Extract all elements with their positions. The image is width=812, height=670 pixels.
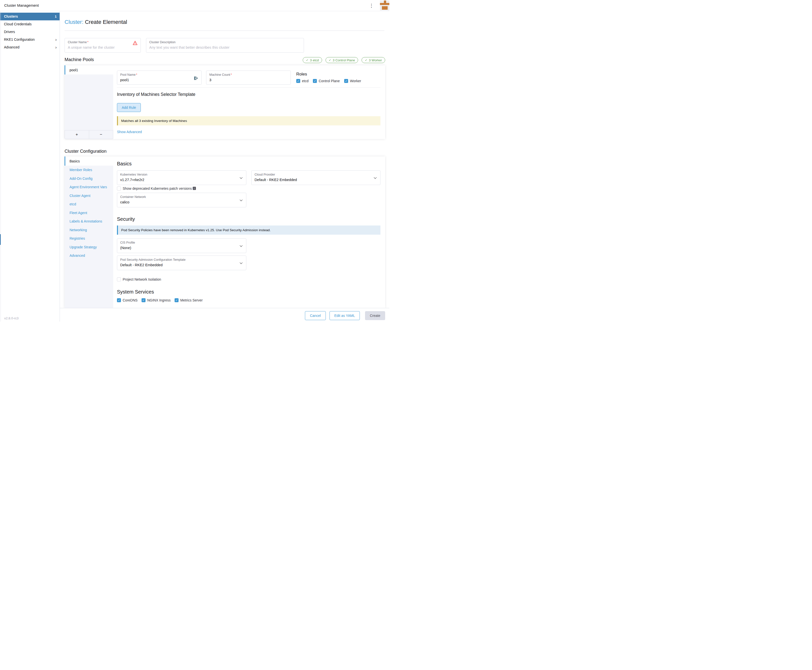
create-button[interactable]: Create [365, 311, 385, 320]
etcd-checkbox[interactable]: ✓ [296, 79, 300, 83]
machine-count-label: Machine Count [209, 73, 230, 76]
cloud-provider-select[interactable]: Cloud Provider Default - RKE2 Embedded [251, 170, 381, 185]
worker-checkbox[interactable]: ✓ [344, 79, 348, 83]
config-tab-agent-environment-vars[interactable]: Agent Environment Vars [64, 183, 113, 191]
remove-pool-button[interactable]: − [89, 130, 113, 139]
machine-count-fieldbox: Machine Count* [206, 71, 291, 85]
add-rule-button[interactable]: Add Rule [117, 103, 141, 112]
sidebar-item-advanced[interactable]: Advanced › [0, 44, 59, 51]
pool-name-label: Pool Name [120, 73, 135, 76]
service-metrics-server: ✓ Metrics Server [174, 298, 203, 302]
pool-name-input[interactable] [120, 78, 198, 82]
machine-pools-heading: Machine Pools [64, 57, 94, 63]
config-tab-cluster-agent[interactable]: Cluster Agent [64, 191, 113, 200]
matches-banner: Matches all 3 existing Inventory of Mach… [117, 116, 381, 125]
psa-template-value: Default - RKE2 Embedded [120, 263, 243, 267]
top-header: Cluster Management ⋮ [0, 0, 389, 11]
cluster-description-fieldbox: Cluster Description [146, 38, 304, 52]
warning-icon [133, 41, 137, 45]
pool-name-fieldbox: Pool Name* [117, 71, 201, 85]
system-services-heading: System Services [117, 289, 154, 295]
container-network-select[interactable]: Container Network calico [117, 193, 246, 207]
cluster-description-input[interactable] [149, 46, 301, 49]
sidebar-item-cloud-credentials[interactable]: Cloud Credentials [0, 20, 59, 28]
roles-heading: Roles [296, 72, 307, 77]
sidebar-item-rke1-configuration[interactable]: RKE1 Configuration › [0, 36, 59, 44]
psa-template-select[interactable]: Pod Security Admission Configuration Tem… [117, 255, 246, 270]
config-tab-add-on-config[interactable]: Add-On Config [64, 174, 113, 183]
config-tab-upgrade-strategy[interactable]: Upgrade Strategy [64, 243, 113, 252]
config-tab-networking[interactable]: Networking [64, 226, 113, 234]
required-asterisk: * [231, 73, 232, 76]
sidebar-item-clusters[interactable]: Clusters 1 [0, 13, 59, 20]
psa-template-label: Pod Security Admission Configuration Tem… [120, 258, 243, 262]
cluster-configuration-heading: Cluster Configuration [64, 149, 107, 154]
machine-count-input[interactable] [209, 78, 288, 82]
pod-security-banner: Pod Security Policies have been removed … [117, 225, 381, 235]
service-coredns: ✓ CoreDNS [117, 298, 137, 302]
title-divider [64, 30, 384, 31]
kubernetes-version-value: v1.27.7+rke2r2 [120, 178, 243, 182]
random-name-icon[interactable] [194, 76, 198, 80]
config-tab-fleet-agent[interactable]: Fleet Agent [64, 208, 113, 217]
pool-tab-column [64, 74, 113, 130]
cis-profile-select[interactable]: CIS Profile (None) [117, 239, 246, 253]
cluster-description-label: Cluster Description [149, 41, 176, 44]
add-pool-button[interactable]: + [64, 130, 89, 139]
required-asterisk: * [136, 73, 137, 76]
edit-as-yaml-button[interactable]: Edit as YAML [330, 311, 360, 320]
roles-checkbox-group: ✓ etcd ✓ Control Plane ✓ Worker [296, 79, 361, 83]
config-tab-member-roles[interactable]: Member Roles [64, 166, 113, 174]
cloud-provider-value: Default - RKE2 Embedded [255, 178, 377, 182]
page-title: Cluster: Create Elemental [64, 19, 127, 25]
cluster-configuration-panel: Basics Member Roles Add-On Config Agent … [64, 156, 385, 308]
required-asterisk: * [87, 41, 88, 44]
config-tab-registries[interactable]: Registries [64, 234, 113, 243]
cancel-button[interactable]: Cancel [305, 311, 326, 320]
info-icon[interactable]: i [193, 187, 196, 190]
coredns-checkbox[interactable]: ✓ [117, 298, 121, 302]
inventory-selector-heading: Inventory of Machines Selector Template [117, 92, 195, 97]
check-icon: ✓ [329, 58, 331, 62]
kubernetes-version-select[interactable]: Kubernetes Version v1.27.7+rke2r2 [117, 170, 246, 185]
machine-pools-panel: pool1 + − Pool Name* Machine Count* Role… [64, 65, 385, 139]
system-services-group: ✓ CoreDNS ✓ NGINX Ingress ✓ Metrics Serv… [117, 298, 203, 302]
kubernetes-version-label: Kubernetes Version [120, 173, 243, 176]
check-icon: ✓ [365, 58, 367, 62]
left-edge-divider [0, 11, 1, 321]
control-plane-checkbox[interactable]: ✓ [313, 79, 317, 83]
container-network-label: Container Network [120, 195, 243, 199]
action-footer: Cancel Edit as YAML Create [60, 308, 389, 321]
config-tab-basics[interactable]: Basics [64, 156, 113, 166]
pool-tab-pool1[interactable]: pool1 [64, 65, 113, 74]
main-content: Cluster: Create Elemental Cluster Name* … [60, 11, 389, 308]
check-icon: ✓ [306, 58, 308, 62]
role-control-plane: ✓ Control Plane [313, 79, 340, 83]
pool-add-remove-buttons: + − [64, 130, 113, 139]
sidebar-item-drivers[interactable]: Drivers [0, 28, 59, 36]
config-tab-advanced[interactable]: Advanced [64, 251, 113, 260]
service-nginx-ingress: ✓ NGINX Ingress [142, 298, 171, 302]
config-tab-labels-annotations[interactable]: Labels & Annotations [64, 217, 113, 226]
control-plane-count-badge: ✓ 3 Control Plane [326, 57, 358, 63]
cluster-name-input[interactable] [68, 46, 137, 49]
cis-profile-value: (None) [120, 246, 243, 250]
app-version: v2.8.0-rc3 [4, 316, 19, 320]
kebab-menu-icon[interactable]: ⋮ [369, 2, 374, 9]
project-network-isolation-row: Project Network Isolation [117, 277, 161, 281]
security-heading: Security [117, 216, 135, 222]
cluster-name-label: Cluster Name [68, 41, 87, 44]
cluster-name-fieldbox: Cluster Name* [64, 38, 141, 52]
role-worker: ✓ Worker [344, 79, 361, 83]
show-deprecated-checkbox[interactable] [117, 186, 121, 191]
scrollbar-thumb[interactable] [0, 234, 1, 245]
project-network-isolation-checkbox[interactable] [117, 277, 121, 281]
show-advanced-link[interactable]: Show Advanced [117, 130, 142, 134]
metrics-server-checkbox[interactable]: ✓ [174, 298, 179, 302]
pool-content-divider [117, 87, 381, 88]
etcd-count-badge: ✓ 3 etcd [303, 57, 322, 63]
brand-logo-icon[interactable] [380, 0, 389, 10]
nginx-ingress-checkbox[interactable]: ✓ [142, 298, 145, 302]
config-tab-etcd[interactable]: etcd [64, 200, 113, 208]
chevron-right-icon: › [55, 44, 57, 51]
